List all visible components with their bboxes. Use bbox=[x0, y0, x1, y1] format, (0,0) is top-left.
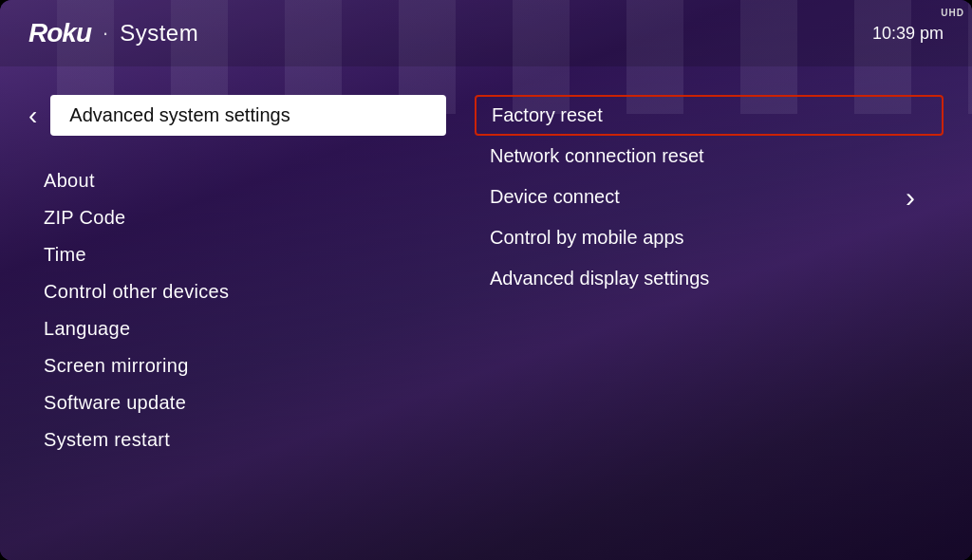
left-menu-item[interactable]: Screen mirroring bbox=[44, 347, 446, 384]
right-menu-item[interactable]: Control by mobile apps bbox=[475, 217, 944, 258]
nav-row: ‹ Advanced system settings bbox=[28, 95, 446, 136]
left-menu-item[interactable]: Language bbox=[44, 310, 446, 347]
left-menu-item[interactable]: Software update bbox=[44, 384, 446, 421]
left-panel: ‹ Advanced system settings AboutZIP Code… bbox=[28, 95, 446, 458]
header-left: Roku · System bbox=[28, 18, 198, 48]
right-menu-item[interactable]: Advanced display settings bbox=[475, 258, 944, 299]
left-menu-item[interactable]: ZIP Code bbox=[44, 199, 446, 236]
left-menu-item[interactable]: About bbox=[44, 162, 446, 199]
right-arrow-icon: › bbox=[906, 181, 915, 214]
left-menu-list: AboutZIP CodeTimeControl other devicesLa… bbox=[28, 162, 446, 458]
current-section-box: Advanced system settings bbox=[50, 95, 446, 136]
tv-screen: UHD Roku · System 10:39 pm ‹ Advanced sy… bbox=[0, 0, 972, 560]
right-panel-wrapper: Factory resetNetwork connection resetDev… bbox=[446, 95, 944, 299]
clock: 10:39 pm bbox=[872, 24, 944, 44]
main-content: ‹ Advanced system settings AboutZIP Code… bbox=[0, 66, 972, 560]
page-title: System bbox=[120, 20, 198, 47]
header: Roku · System 10:39 pm bbox=[0, 0, 972, 66]
current-section-label: Advanced system settings bbox=[69, 104, 290, 125]
left-menu-item[interactable]: Time bbox=[44, 236, 446, 273]
left-menu-item[interactable]: System restart bbox=[44, 421, 446, 458]
back-button[interactable]: ‹ bbox=[28, 103, 37, 129]
right-menu-item[interactable]: Device connect bbox=[475, 177, 944, 217]
right-menu-list: Factory resetNetwork connection resetDev… bbox=[475, 95, 944, 299]
right-menu-item[interactable]: Network connection reset bbox=[475, 136, 944, 177]
header-dot: · bbox=[103, 21, 108, 46]
left-menu-item[interactable]: Control other devices bbox=[44, 273, 446, 310]
roku-logo: Roku bbox=[28, 18, 91, 48]
right-menu-item[interactable]: Factory reset bbox=[475, 95, 944, 136]
